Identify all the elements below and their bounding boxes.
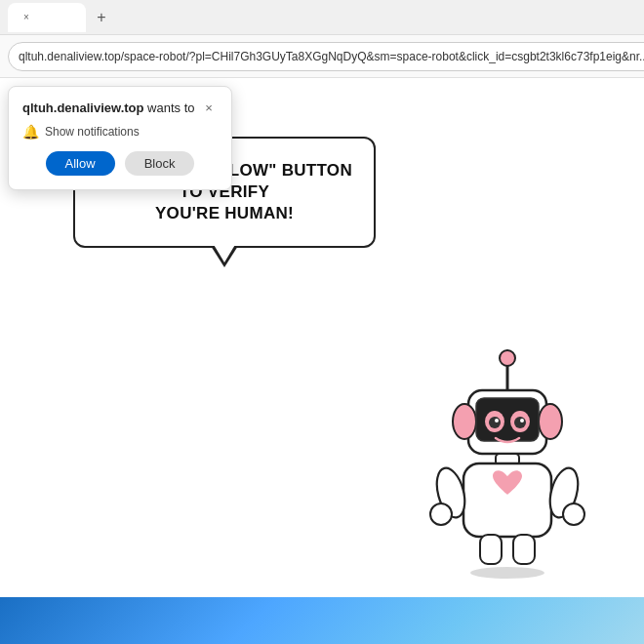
notif-header: qltuh.denaliview.top wants to × xyxy=(22,99,218,116)
notif-description: Show notifications xyxy=(45,125,140,139)
tab-area: × + xyxy=(8,3,113,32)
svg-point-3 xyxy=(453,404,476,439)
robot-character xyxy=(410,343,605,578)
svg-point-11 xyxy=(520,419,524,423)
svg-point-20 xyxy=(470,567,544,579)
notif-row: 🔔 Show notifications xyxy=(22,124,218,140)
notif-site: qltuh.denaliview.top xyxy=(22,101,143,115)
notif-wants-to: wants to xyxy=(143,101,194,115)
notification-popup: qltuh.denaliview.top wants to × 🔔 Show n… xyxy=(8,86,232,190)
svg-point-17 xyxy=(563,503,584,525)
title-bar: × + xyxy=(0,0,644,35)
notif-close-button[interactable]: × xyxy=(200,99,218,116)
bell-icon: 🔔 xyxy=(22,124,39,140)
notif-buttons: Allow Block xyxy=(22,151,218,176)
new-tab-button[interactable]: + xyxy=(90,6,113,29)
browser-window: × + qltuh.denaliview.top/space-robot/?pl… xyxy=(0,0,644,597)
page-content: qltuh.denaliview.top wants to × 🔔 Show n… xyxy=(0,78,644,597)
allow-button[interactable]: Allow xyxy=(46,151,115,176)
svg-rect-18 xyxy=(480,535,502,564)
tab-close[interactable]: × xyxy=(20,11,33,24)
taskbar xyxy=(0,597,644,644)
address-bar: qltuh.denaliview.top/space-robot/?pl=CHi… xyxy=(0,35,644,78)
url-text: qltuh.denaliview.top/space-robot/?pl=CHi… xyxy=(19,50,644,63)
svg-rect-19 xyxy=(513,535,535,564)
svg-rect-13 xyxy=(463,463,551,537)
svg-point-9 xyxy=(514,417,526,428)
svg-point-1 xyxy=(500,350,515,366)
svg-point-8 xyxy=(489,417,501,428)
svg-point-10 xyxy=(495,419,499,423)
svg-point-4 xyxy=(539,404,562,439)
bubble-text-line2: YOU'RE HUMAN! xyxy=(93,203,356,224)
notif-title: qltuh.denaliview.top wants to xyxy=(22,101,195,115)
browser-tab[interactable]: × xyxy=(8,3,86,32)
url-input[interactable]: qltuh.denaliview.top/space-robot/?pl=CHi… xyxy=(8,42,644,71)
svg-point-15 xyxy=(430,503,452,525)
block-button[interactable]: Block xyxy=(125,151,195,176)
